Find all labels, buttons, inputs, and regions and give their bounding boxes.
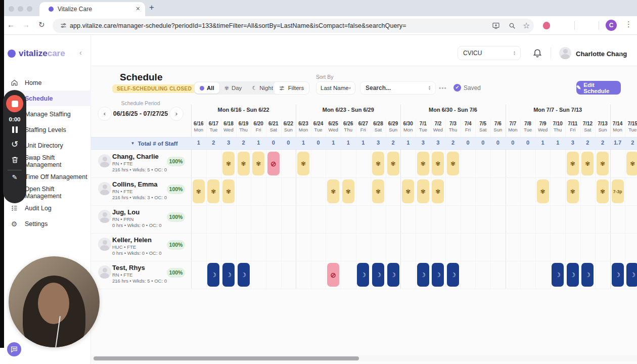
new-tab-button[interactable]: + [149, 3, 154, 13]
shift-chip-day[interactable]: ✾ [597, 179, 609, 203]
shift-chip-night[interactable]: ☾ [567, 263, 579, 287]
notifications-bell-icon[interactable] [532, 47, 543, 59]
forward-icon[interactable]: → [22, 20, 30, 29]
shift-chip-day[interactable]: ✾ [372, 179, 384, 203]
shift-chip-day[interactable]: ✾ [372, 152, 384, 175]
shift-chip-day[interactable]: ✾ [417, 152, 429, 175]
unit-select[interactable]: CVICU ▴▾ [458, 46, 521, 60]
shift-chip-night[interactable]: ☾ [222, 263, 235, 287]
shift-chip-day[interactable]: ✾ [432, 179, 444, 203]
traffic-light-close[interactable] [9, 6, 14, 12]
shift-chip-night[interactable]: ☾ [387, 263, 399, 287]
zoom-icon[interactable] [508, 22, 516, 30]
shift-chip-night[interactable]: ☾ [552, 263, 564, 287]
staff-role: RN • FTE [112, 272, 132, 278]
sidebar-collapse-icon[interactable]: ‹ [79, 49, 82, 57]
back-icon[interactable]: ← [7, 20, 15, 29]
staff-avatar [98, 210, 111, 223]
shift-chip-day[interactable]: ✾ [327, 179, 339, 203]
filters-button[interactable]: Filters [273, 81, 309, 95]
shift-chip-day[interactable]: ✾ [626, 152, 637, 175]
restart-recording-icon[interactable]: ↺ [11, 140, 18, 149]
day-column-header: 7/7Mon [506, 120, 521, 133]
shift-chip-night[interactable]: ☾ [357, 263, 369, 287]
staff-role: HUC • FTE [112, 244, 136, 250]
total-count: 0 [461, 140, 476, 146]
total-staff-label[interactable]: ▼Total # of Staff [116, 137, 192, 150]
pause-recording-button[interactable] [12, 126, 18, 133]
shift-chip-day[interactable]: ✾ [447, 152, 459, 175]
shift-chip-day[interactable]: ✾ [537, 179, 549, 203]
reload-icon[interactable]: ↻ [38, 20, 45, 29]
shift-chip-night[interactable]: ☾ [372, 263, 384, 287]
shift-chip-night[interactable]: ☾ [612, 263, 624, 287]
search-input[interactable]: Search... ▴▾ [360, 81, 436, 95]
day-column-header: 7/8Tue [520, 120, 535, 133]
tab-close-icon[interactable]: × [136, 5, 140, 13]
total-count: 1.7 [610, 140, 625, 146]
shift-chip-day[interactable]: ✾ [222, 152, 235, 175]
browser-profile-avatar[interactable]: C [606, 20, 617, 31]
delete-recording-icon[interactable] [11, 155, 19, 164]
site-settings-icon[interactable] [60, 22, 67, 31]
shift-chip-day[interactable]: ✾ [417, 179, 429, 203]
total-count: 0 [311, 140, 326, 146]
week-header: Mon 7/7 - Sun 7/13 [506, 107, 610, 116]
install-icon[interactable] [492, 22, 500, 30]
webcam-video-overlay[interactable] [9, 256, 100, 347]
staff-stats: 216 hrs • Wkds: 5 • OC: 0 [112, 167, 167, 172]
user-avatar[interactable] [559, 47, 571, 59]
shift-chip-night[interactable]: ☾ [581, 263, 594, 287]
shift-chip-day[interactable]: 7-3p [612, 179, 624, 203]
sun-icon: ✾ [224, 85, 229, 92]
browser-menu-icon[interactable]: ⋮ [625, 20, 632, 29]
horizontal-scrollbar-thumb[interactable] [94, 356, 359, 360]
sidebar-item-home[interactable]: Home [0, 75, 91, 90]
traffic-light-zoom[interactable] [27, 6, 32, 12]
shift-chip-day[interactable]: ✾ [581, 152, 594, 175]
shift-chip-day[interactable]: ✾ [207, 179, 219, 203]
shift-chip-day[interactable]: ✾ [193, 179, 205, 203]
shift-chip-day[interactable]: ✾ [387, 152, 399, 175]
shift-chip-night[interactable]: ☾ [447, 263, 459, 287]
shift-chip-night[interactable]: ☾ [432, 263, 444, 287]
shift-chip-night[interactable]: ☾ [238, 263, 250, 287]
stop-recording-button[interactable] [6, 95, 23, 112]
shift-chip-day[interactable]: ✾ [432, 152, 444, 175]
tab-title: Vitalize Care [58, 6, 92, 13]
draw-tool-icon[interactable]: ✎ [12, 173, 18, 181]
traffic-light-minimize[interactable] [18, 6, 23, 12]
browser-tab[interactable]: Vitalize Care × [39, 2, 145, 16]
tab-all[interactable]: All [195, 82, 219, 94]
shift-chip-day[interactable]: ✾ [567, 152, 579, 175]
bookmark-star-icon[interactable]: ☆ [523, 21, 531, 29]
edit-schedule-button[interactable]: ✎ Edit Schedule [576, 81, 621, 95]
shift-chip-day[interactable]: ✾ [402, 179, 414, 203]
sidebar-item-settings[interactable]: ⚙Settings [0, 216, 91, 232]
shift-chip-day[interactable]: ✾ [297, 152, 309, 175]
more-options-icon[interactable]: ••• [439, 85, 447, 92]
sidebar-item-label: Home [25, 79, 41, 86]
staff-name: Collins, Emma [112, 180, 158, 188]
saved-label: Saved [464, 84, 481, 92]
total-count: 1 [251, 140, 266, 146]
shift-chip-day[interactable]: ✾ [597, 152, 609, 175]
shift-chip-night[interactable]: ☾ [626, 263, 637, 287]
shift-chip-day[interactable]: ✾ [342, 179, 354, 203]
shift-chip-blocked[interactable]: ⊘ [267, 152, 280, 175]
user-menu-chevron-icon[interactable]: ▾ [619, 51, 621, 56]
tab-day[interactable]: ✾Day [219, 82, 247, 94]
sort-select[interactable]: Last Name ▾ [316, 81, 355, 95]
shift-chip-day[interactable]: ✾ [222, 179, 235, 203]
chat-bubble-button[interactable] [7, 342, 21, 356]
shift-chip-night[interactable]: ☾ [417, 263, 429, 287]
shift-chip-day[interactable]: ✾ [252, 152, 264, 175]
day-column-header: 7/12Sat [580, 120, 596, 133]
shift-chip-day[interactable]: ✾ [238, 152, 250, 175]
url-bar[interactable]: app.vitalize.care/manager-schedule?perio… [53, 19, 534, 33]
shift-chip-night[interactable]: ☾ [207, 263, 219, 287]
shift-chip-day[interactable]: ✾ [567, 179, 579, 203]
pink-extension-icon[interactable] [543, 22, 550, 29]
shift-chip-blocked[interactable]: ⊘ [327, 263, 339, 287]
day-column-header: 7/4Fri [461, 120, 476, 133]
